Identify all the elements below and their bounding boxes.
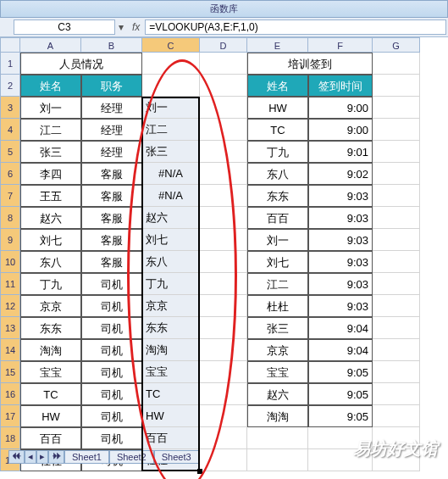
cell[interactable] — [373, 97, 420, 119]
cell[interactable]: 宝宝 — [247, 361, 308, 383]
cell[interactable]: 张三 — [20, 141, 81, 163]
row-header[interactable]: 13 — [0, 317, 20, 339]
namebox-dropdown-icon[interactable]: ▾ — [115, 21, 127, 33]
cell[interactable]: 人员情况 — [20, 53, 142, 75]
cell[interactable]: 东东 — [142, 317, 200, 339]
spreadsheet-grid[interactable]: A B C D E F G 1人员情况培训签到2姓名职务姓名签到时间3刘一经理刘… — [0, 37, 448, 471]
cell[interactable]: HW — [20, 405, 81, 427]
cell[interactable] — [373, 141, 420, 163]
name-box[interactable]: C3 — [14, 19, 115, 35]
cell[interactable]: 姓名 — [247, 75, 308, 97]
cell[interactable]: HW — [142, 405, 200, 427]
row-header[interactable]: 3 — [0, 97, 20, 119]
cell[interactable]: 京京 — [247, 339, 308, 361]
fx-icon[interactable]: fx — [127, 21, 145, 33]
cell[interactable]: #N/A — [142, 163, 200, 185]
cell[interactable]: 姓名 — [20, 75, 81, 97]
row-header[interactable]: 16 — [0, 383, 20, 405]
cell[interactable] — [373, 185, 420, 207]
cell[interactable] — [200, 141, 247, 163]
col-header-D[interactable]: D — [200, 37, 247, 53]
cell[interactable]: 百百 — [20, 427, 81, 449]
cell[interactable]: 江二 — [20, 119, 81, 141]
cell[interactable] — [247, 427, 308, 449]
cell[interactable]: 刘一 — [20, 97, 81, 119]
cell[interactable]: 刘一 — [142, 97, 200, 119]
cell[interactable]: 9:05 — [308, 361, 373, 383]
cell[interactable]: 刘一 — [247, 229, 308, 251]
cell[interactable]: 东八 — [20, 251, 81, 273]
row-header[interactable]: 10 — [0, 251, 20, 273]
cell[interactable]: 赵六 — [20, 207, 81, 229]
cell[interactable]: 经理 — [81, 119, 142, 141]
cell[interactable]: 9:00 — [308, 119, 373, 141]
cell[interactable] — [373, 361, 420, 383]
cell[interactable] — [200, 405, 247, 427]
cell[interactable] — [373, 53, 420, 75]
cell[interactable]: 职务 — [81, 75, 142, 97]
cell[interactable] — [200, 163, 247, 185]
cell[interactable] — [373, 229, 420, 251]
cell[interactable]: 东八 — [142, 251, 200, 273]
cell[interactable]: 江二 — [247, 273, 308, 295]
cell[interactable] — [200, 53, 247, 75]
col-header-G[interactable]: G — [373, 37, 420, 53]
sheet-nav-first-icon[interactable]: ⯬ — [8, 450, 25, 464]
cell[interactable]: 9:05 — [308, 383, 373, 405]
cell[interactable]: 9:00 — [308, 97, 373, 119]
cell[interactable]: 9:04 — [308, 339, 373, 361]
cell[interactable]: 百百 — [247, 207, 308, 229]
cell[interactable]: 司机 — [81, 295, 142, 317]
cell[interactable] — [200, 317, 247, 339]
cell[interactable]: 9:03 — [308, 273, 373, 295]
cell[interactable]: 淘淘 — [142, 339, 200, 361]
cell[interactable]: 经理 — [81, 97, 142, 119]
select-all-corner[interactable] — [0, 37, 20, 53]
cell[interactable] — [373, 119, 420, 141]
row-header[interactable]: 17 — [0, 405, 20, 427]
formula-input[interactable]: =VLOOKUP(A3,E:F,1,0) — [145, 19, 446, 35]
cell[interactable]: 赵六 — [142, 207, 200, 229]
cell[interactable]: 淘淘 — [20, 339, 81, 361]
cell[interactable]: TC — [142, 383, 200, 405]
cell[interactable]: 司机 — [81, 317, 142, 339]
row-header[interactable]: 14 — [0, 339, 20, 361]
row-header[interactable]: 18 — [0, 427, 20, 449]
cell[interactable] — [247, 449, 308, 471]
cell[interactable] — [200, 75, 247, 97]
cell[interactable]: 司机 — [81, 383, 142, 405]
col-header-B[interactable]: B — [81, 37, 142, 53]
cell[interactable] — [373, 273, 420, 295]
row-header[interactable]: 1 — [0, 53, 20, 75]
cell[interactable]: 京京 — [20, 295, 81, 317]
cell[interactable]: 9:03 — [308, 207, 373, 229]
cell[interactable]: 司机 — [81, 339, 142, 361]
sheet-nav-last-icon[interactable]: ⯮ — [48, 450, 64, 464]
row-header[interactable]: 4 — [0, 119, 20, 141]
row-header[interactable]: 11 — [0, 273, 20, 295]
cell[interactable] — [200, 295, 247, 317]
cell[interactable]: 客服 — [81, 251, 142, 273]
sheet-nav-next-icon[interactable]: ▸ — [36, 450, 48, 464]
cell[interactable] — [200, 383, 247, 405]
cell[interactable] — [200, 229, 247, 251]
col-header-E[interactable]: E — [247, 37, 308, 53]
cell[interactable] — [373, 163, 420, 185]
cell[interactable]: 客服 — [81, 207, 142, 229]
cell[interactable]: 刘七 — [142, 229, 200, 251]
row-header[interactable]: 2 — [0, 75, 20, 97]
sheet-tab[interactable]: Sheet3 — [154, 450, 199, 464]
cell[interactable]: 9:03 — [308, 229, 373, 251]
cell[interactable]: 宝宝 — [20, 361, 81, 383]
cell[interactable]: 张三 — [247, 317, 308, 339]
cell[interactable]: 司机 — [81, 405, 142, 427]
cell[interactable]: 客服 — [81, 229, 142, 251]
cell[interactable]: 司机 — [81, 427, 142, 449]
cell[interactable]: 9:01 — [308, 141, 373, 163]
cell[interactable]: 刘七 — [247, 251, 308, 273]
cell[interactable] — [373, 383, 420, 405]
cell[interactable]: 9:02 — [308, 163, 373, 185]
cell[interactable] — [200, 339, 247, 361]
cell[interactable]: TC — [247, 119, 308, 141]
cell[interactable]: 客服 — [81, 163, 142, 185]
